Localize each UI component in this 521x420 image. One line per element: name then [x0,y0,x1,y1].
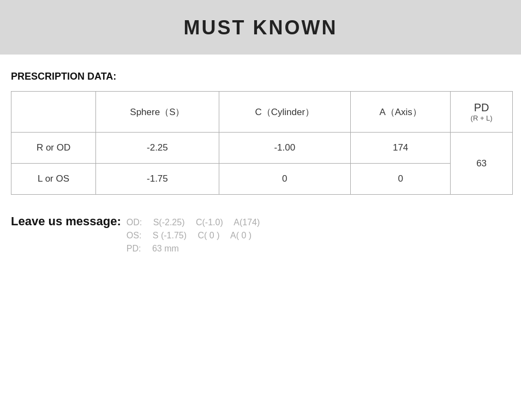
table-row: R or OD -2.25 -1.00 174 63 [11,133,513,164]
page-title: MUST KNOWN [0,16,521,39]
col-header-axis: A（Axis） [350,92,450,133]
pd-value: 63 [451,133,513,195]
od-a: A(174) [233,218,260,227]
message-label: Leave us message: [11,214,121,229]
col-header-cylinder: C（Cylinder） [219,92,350,133]
od-prefix: OD: [127,218,142,227]
message-line-os: OS: S (-1.75) C( 0 ) A( 0 ) [127,231,269,241]
os-s: S (-1.75) [153,231,187,240]
message-line-pd: PD: 63 mm [127,244,269,254]
table-header-row: Sphere（S） C（Cylinder） A（Axis） PD (R + L) [11,92,513,133]
os-c: C( 0 ) [198,231,220,240]
os-axis: 0 [350,164,450,195]
od-c: C(-1.0) [196,218,223,227]
message-row: Leave us message: OD: S(-2.25) C(-1.0) A… [11,214,510,254]
message-section: Leave us message: OD: S(-2.25) C(-1.0) A… [11,214,510,254]
pd-mm: 63 mm [152,244,179,253]
od-cylinder: -1.00 [219,133,350,164]
os-sphere: -1.75 [96,164,219,195]
col-header-pd: PD (R + L) [451,92,513,133]
od-s: S(-2.25) [153,218,185,227]
os-a: A( 0 ) [230,231,251,240]
os-prefix: OS: [127,231,142,240]
prescription-section-label: PRESCRIPTION DATA: [11,71,510,82]
table-row: L or OS -1.75 0 0 [11,164,513,195]
col-header-empty [11,92,96,133]
col-header-sphere: Sphere（S） [96,92,219,133]
main-content: PRESCRIPTION DATA: Sphere（S） C（Cylinder）… [0,71,521,254]
od-axis: 174 [350,133,450,164]
message-lines: OD: S(-2.25) C(-1.0) A(174) OS: S (-1.75… [127,218,269,254]
message-line-od: OD: S(-2.25) C(-1.0) A(174) [127,218,269,227]
od-sphere: -2.25 [96,133,219,164]
prescription-table: Sphere（S） C（Cylinder） A（Axis） PD (R + L)… [11,91,513,195]
row-label-od: R or OD [11,133,96,164]
row-label-os: L or OS [11,164,96,195]
os-cylinder: 0 [219,164,350,195]
header-banner: MUST KNOWN [0,0,521,55]
pd-prefix: PD: [127,244,141,253]
